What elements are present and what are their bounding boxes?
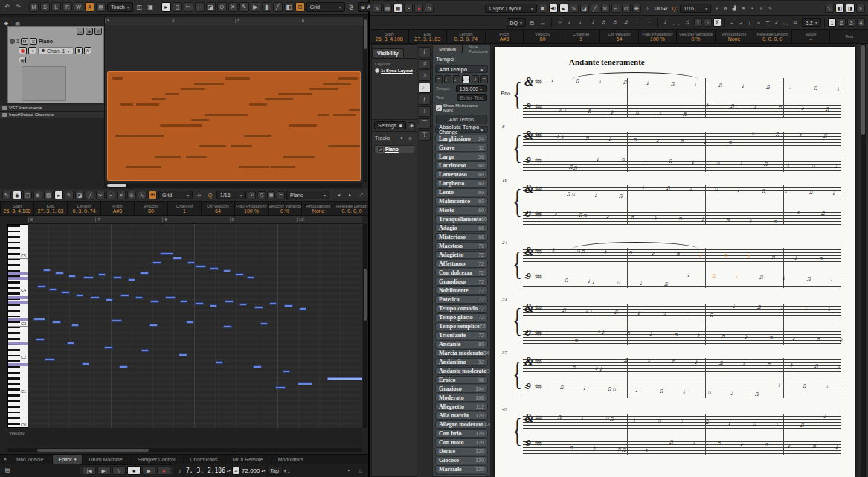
note-glyph[interactable]: ♬ — [628, 249, 634, 256]
midi-note[interactable] — [82, 362, 89, 365]
info-column[interactable]: Voice– — [791, 30, 830, 43]
close-lower-zone-icon[interactable]: ✕ — [1, 455, 9, 464]
midi-note[interactable] — [165, 296, 176, 299]
note-glyph[interactable]: ♩ — [837, 86, 843, 92]
tempo-preset[interactable]: Lacrimoso60 — [435, 161, 488, 170]
note-glyph[interactable]: ♬ — [718, 359, 725, 366]
trim-tool-icon[interactable]: ╱ — [86, 191, 94, 199]
draw-tool-icon[interactable]: ✎ — [65, 191, 74, 199]
note-glyph[interactable]: ♪ — [559, 106, 562, 113]
info-column[interactable]: Off Velocity64 — [201, 202, 234, 215]
tempo-preset[interactable]: Tempo comodo72 — [435, 304, 488, 313]
right-zone-toggle-icon[interactable]: ◨ — [846, 4, 855, 13]
note-glyph[interactable]: ♪ — [611, 109, 614, 115]
info-column[interactable]: Release Length0. 0. 0. 0 — [753, 30, 791, 43]
note-glyph[interactable]: ♬ — [569, 444, 576, 451]
info-column[interactable]: Length0. 3. 0. 74 — [446, 30, 485, 43]
clef-symbols-icon[interactable]: ƒ — [419, 47, 431, 57]
note-glyph[interactable]: ♪ — [792, 335, 796, 342]
note-glyph[interactable]: ♫ — [718, 82, 723, 89]
note-glyph[interactable]: ♫ — [707, 389, 712, 396]
note-glyph[interactable]: ♩ — [728, 420, 735, 426]
print-icon[interactable]: ▣ — [539, 4, 547, 13]
note-glyph[interactable]: ♪ — [788, 442, 791, 449]
tempo-symbols-icon[interactable]: ♩ — [419, 83, 431, 93]
midi-note[interactable] — [43, 269, 51, 272]
instrument-select[interactable]: Piano▾ — [286, 191, 329, 199]
tempo-text[interactable]: Andante teneramente — [495, 47, 855, 66]
note-glyph[interactable]: ♬ — [768, 334, 775, 341]
tempo-preset[interactable]: Moderato108 — [435, 394, 488, 402]
tempo-preset[interactable]: Tempo giusto72 — [435, 313, 488, 321]
midi-note[interactable] — [49, 288, 57, 291]
midi-note[interactable] — [160, 252, 173, 255]
sixtyfourth-note-icon[interactable]: ♬ — [622, 18, 631, 28]
erase-tool-icon[interactable]: ◪ — [75, 191, 84, 199]
split-tool-icon[interactable]: ✂ — [184, 2, 193, 12]
note-glyph[interactable]: ♫ — [804, 305, 809, 312]
staff-system[interactable]: { & ꞉9 ♯♯♯ ♯♯♯ ♩♪♫♬♩♪♫♬♩♪♫♬♩♪♫♬♩♪♫♬♩♪♫♬♩… — [505, 77, 849, 120]
note-glyph[interactable]: ♫ — [668, 158, 673, 164]
note-glyph[interactable]: ♫ — [573, 164, 578, 171]
misc-1-icon[interactable]: ⌁ — [748, 4, 756, 13]
note-glyph[interactable]: ♪ — [697, 332, 701, 339]
note-glyph[interactable]: ♩ — [832, 190, 839, 196]
note-glyph[interactable]: ♫ — [761, 188, 766, 194]
note-glyph[interactable]: ♬ — [820, 210, 827, 217]
note-glyph[interactable]: ♩ — [828, 306, 835, 313]
barlines-icon[interactable]: ‖ — [419, 106, 431, 117]
window-layout-icon[interactable]: » — [856, 4, 865, 13]
insert-velocity-value[interactable]: 100 — [654, 6, 663, 11]
info-column[interactable]: PitchA#3 — [100, 202, 134, 215]
note-glyph[interactable]: ♩ — [782, 275, 789, 281]
comp-tool-icon[interactable]: ◧ — [284, 2, 294, 12]
midi-note[interactable] — [141, 349, 149, 352]
voice-1-icon[interactable]: 1 — [828, 18, 836, 27]
midi-note[interactable] — [223, 269, 231, 272]
write-automation-icon[interactable]: W — [74, 2, 83, 12]
add-tempo-section-header[interactable]: Add Tempo⌄ — [435, 65, 488, 73]
note-glyph[interactable]: ♫ — [754, 391, 759, 397]
midi-note[interactable] — [119, 365, 128, 368]
info-column[interactable]: Velocity80 — [523, 30, 562, 43]
tempo-preset[interactable]: Marziale120 — [435, 465, 488, 473]
zoom-tool-icon[interactable]: ⊙ — [217, 2, 227, 12]
note-glyph[interactable]: ♫ — [562, 307, 567, 313]
note-glyph[interactable]: ♬ — [814, 362, 820, 369]
note-glyph[interactable]: ♫ — [620, 156, 626, 163]
tempo-preset[interactable]: Adagio66 — [435, 224, 488, 232]
lower-zone-tab[interactable]: MixConsole — [10, 455, 53, 464]
note-glyph[interactable]: ♪ — [597, 328, 601, 335]
midi-note[interactable] — [195, 302, 204, 305]
tempo-preset[interactable]: Mesto60 — [435, 206, 488, 214]
note-glyph[interactable]: ♪ — [701, 216, 705, 223]
key-signatures-icon[interactable]: ♯ — [419, 59, 431, 69]
layout-settings-button[interactable]: Settings✱ — [374, 121, 406, 129]
track-solo-button[interactable]: S — [30, 38, 37, 45]
note-glyph[interactable]: ♫ — [704, 419, 710, 426]
key-editor-hscrollbar[interactable] — [7, 448, 362, 452]
midi-note[interactable] — [149, 324, 158, 327]
midi-note[interactable] — [55, 272, 64, 275]
erase-tool-icon[interactable]: ◪ — [206, 2, 216, 12]
sync-click-icon[interactable]: ⊿ — [232, 467, 240, 475]
track-mute-button[interactable]: M — [21, 38, 28, 45]
note-glyph[interactable]: ♬ — [818, 255, 825, 262]
midi-note[interactable] — [195, 265, 206, 268]
thirtysecond-note-icon[interactable]: ♬ — [611, 18, 620, 28]
track-visibility-home-icon[interactable]: ⌂ — [77, 28, 84, 35]
tempo-preset[interactable]: Andantino92 — [435, 358, 488, 366]
note-glyph[interactable]: ♪ — [790, 362, 794, 368]
note-glyph[interactable]: ♩ — [823, 413, 830, 420]
tempo-preset[interactable]: Grazioso104 — [435, 385, 488, 393]
midi-note[interactable] — [210, 267, 219, 270]
acoustic-feedback-icon[interactable]: ◀) — [549, 4, 558, 13]
midi-note[interactable] — [68, 275, 76, 278]
note-glyph[interactable]: ♪ — [595, 365, 599, 371]
mute-tool-icon[interactable]: ✕ — [228, 2, 238, 12]
page-view-icon[interactable]: ▤ — [383, 4, 392, 13]
redo-icon[interactable]: ↷ — [13, 2, 23, 12]
editor-next-icon[interactable]: ▸ — [345, 191, 355, 200]
score-page[interactable]: Andante teneramente Pno { & ꞉9 ♯♯♯ ♯♯♯ ♩… — [495, 47, 855, 477]
midi-note[interactable] — [37, 285, 46, 288]
